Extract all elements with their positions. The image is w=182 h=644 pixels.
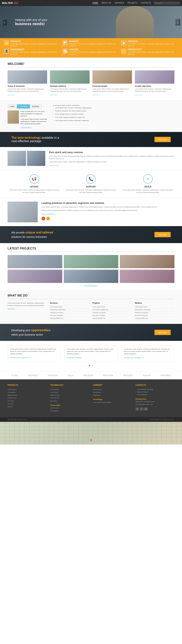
testimonial-0: Lorem ipsum dolor sit amet, consectetur … <box>7 346 61 362</box>
feature-projects-title: Projects <box>10 40 61 42</box>
social-facebook[interactable]: f <box>136 407 139 411</box>
feature-strategy-content: Strategy Lorem ipsum dolor sit amet, con… <box>128 40 178 47</box>
welcome-read-more-2[interactable]: read more » <box>92 94 101 96</box>
feature-markets-content: Markets Lorem ipsum dolor sit amet, cons… <box>69 40 120 47</box>
industry-banner-cta[interactable]: click here! <box>155 232 171 237</box>
nav-link-contacts[interactable]: Contacts <box>141 2 151 4</box>
what-projects-item-4: Lacinia porttitor nec <box>92 317 132 320</box>
partner-5: PARTNER5 <box>83 374 93 376</box>
testimonial-dots <box>7 364 175 367</box>
what-read-more[interactable]: read more » <box>7 308 47 309</box>
feature-management-content: Management Lorem ipsum dolor sit amet, c… <box>10 48 61 55</box>
project-item-2[interactable] <box>64 255 118 268</box>
tab-users[interactable]: Users <box>7 104 17 108</box>
feature-projects-content: Projects Lorem ipsum dolor sit amet, con… <box>10 40 61 47</box>
project-item-1[interactable] <box>7 255 62 268</box>
what-intro-col: Lorem ipsum dolor sit amet, consectetur … <box>7 302 47 320</box>
what-markets-list: Lorem ipsum dolor Consectetur adipiscing… <box>135 306 175 320</box>
tab-consulting[interactable]: Consulting <box>17 104 30 108</box>
dot-1[interactable] <box>89 365 90 366</box>
footer-bottom: WALTER.BIZ Privacy Lorem © 2014 Walter.b… <box>0 417 182 422</box>
feature-analysis-title: Analysis <box>69 48 120 50</box>
testimonial-text-2: Lorem ipsum dolor sit amet, consectetur … <box>124 348 172 355</box>
project-item-6[interactable] <box>120 270 175 283</box>
revenue-text: Earn quick and easy revenue Lorem ipsum … <box>49 151 175 166</box>
team-text-1: Lorem ipsum dolor sit amet, consectetur … <box>41 206 175 208</box>
project-item-3[interactable] <box>120 255 175 268</box>
welcome-grid: Teams & teamwork Lorem ipsum dolor sit a… <box>7 70 175 96</box>
hero-next-button[interactable]: › <box>175 19 180 26</box>
welcome-read-more-1[interactable]: read more » <box>50 94 58 96</box>
nav-link-services[interactable]: Services <box>115 2 124 4</box>
nav-link-projects[interactable]: Projects <box>127 2 137 4</box>
feature-strategy: 📋 Strategy Lorem ipsum dolor sit amet, c… <box>121 40 178 47</box>
hero-section: ‹ Helping with any of your business need… <box>0 6 182 38</box>
partner-2: PARTNER2 <box>28 374 38 376</box>
project-item-4[interactable] <box>7 270 62 283</box>
welcome-item-text-0: Lorem ipsum dolor sit amet, consectetur … <box>7 88 47 92</box>
revenue-image-1 <box>7 151 26 166</box>
testimonial-text-0: Lorem ipsum dolor sit amet, consectetur … <box>10 348 58 355</box>
map-pin-icon[interactable]: 📍 <box>89 439 93 442</box>
project-item-5[interactable] <box>64 270 118 283</box>
tab-buttons: Users Consulting Business <box>7 104 49 108</box>
search-input[interactable] <box>154 2 180 5</box>
feature-management-text: Lorem ipsum dolor sit amet, consectetur … <box>10 51 61 55</box>
what-projects-list: Lorem ipsum dolor Consectetur adipiscing… <box>92 306 132 320</box>
team-next-arrow[interactable]: › <box>46 217 50 220</box>
footer-addr-text: Walter.Biz Consulting Group 27 Long Stre… <box>136 400 175 406</box>
opp-text-line2: within your business sector <box>11 333 43 336</box>
logo-text: WALTER <box>2 2 13 4</box>
welcome-read-more-3[interactable]: read more » <box>135 94 143 96</box>
footer-products-item-5: Tincidunt <box>7 402 46 405</box>
what-services-item-0: Lorem ipsum dolor <box>50 306 90 308</box>
team-text: Leading positions in attractive segments… <box>41 202 175 221</box>
hero-text: Helping with any of your business needs! <box>0 18 62 26</box>
tab-business[interactable]: Business <box>30 104 42 108</box>
footer-company-item-1: Consectetur <box>93 391 132 394</box>
dot-2[interactable] <box>92 365 93 366</box>
hero-prev-button[interactable]: ‹ <box>2 19 7 26</box>
footer-tech-item-1: Consectetur <box>50 391 89 394</box>
navigation: WALTER.BIZ Home About Us Services Projec… <box>0 0 182 6</box>
what-we-do-grid: Lorem ipsum dolor sit amet, consectetur … <box>7 302 175 320</box>
service-offers-title: OFFERS <box>7 186 61 188</box>
welcome-title: WELCOME! <box>7 62 175 68</box>
footer-technology: Technology Lorem ipsum Consectetur Adipi… <box>50 384 89 412</box>
projects-section: LATEST PROJECTS view all projects » <box>0 243 182 290</box>
feature-productivity-content: Productivity Lorem ipsum dolor sit amet,… <box>128 48 178 55</box>
nav-link-home[interactable]: Home <box>92 2 98 4</box>
partner-9: PARTNER9 <box>161 374 171 376</box>
what-services-item-4: Lacinia porttitor nec <box>50 317 90 320</box>
footer-products-item-6: Lacinia <box>7 405 46 408</box>
social-twitter[interactable]: t <box>140 407 143 411</box>
feature-projects: 📁 Projects Lorem ipsum dolor sit amet, c… <box>4 40 61 47</box>
logo-suffix: .BIZ <box>13 2 18 4</box>
tab-content-text: Fusce suscipit varius mi. Cum sociis nat… <box>20 110 49 117</box>
footer-technology-list: Lorem ipsum Consectetur Adipiscing elit … <box>50 388 89 402</box>
footer-products: Products Lorem ipsum Consectetur Adipisc… <box>7 384 46 412</box>
productivity-icon: ⚡ <box>121 48 126 54</box>
nav-link-about[interactable]: About Us <box>101 2 111 4</box>
tab-learn-more[interactable]: LEARN MORE » <box>20 126 32 128</box>
welcome-read-more-0[interactable]: read more » <box>7 94 16 96</box>
tech-banner-bold: The best technology <box>11 136 41 139</box>
opp-text-bold: opportunities <box>31 328 50 332</box>
tabs-right-item-0: Lorem ipsum dolor sit amet, consectetur … <box>55 107 175 109</box>
tech-banner-cta[interactable]: click here! <box>155 137 171 142</box>
service-support: 📞 SUPPORT Lorem ipsum dolor sit amet, co… <box>64 174 118 194</box>
what-services-list: Lorem ipsum dolor Consectetur adipiscing… <box>50 306 90 320</box>
footer-company-title: Company <box>93 384 132 386</box>
logo[interactable]: WALTER.BIZ <box>2 2 18 4</box>
team-learn-more[interactable]: SEE ALL DETAILS » <box>41 213 55 215</box>
opp-banner-text: Developing your opportunities within you… <box>11 328 50 337</box>
hero-person-image <box>116 6 154 38</box>
revenue-learn-more[interactable]: LEARN MORE » <box>49 165 60 166</box>
feature-analysis-content: Analysis Lorem ipsum dolor sit amet, con… <box>69 48 120 55</box>
social-linkedin[interactable]: in <box>144 407 148 411</box>
opp-banner-cta[interactable]: click here! <box>155 330 171 335</box>
welcome-image-2 <box>92 70 132 84</box>
view-all-projects-link[interactable]: view all projects » <box>7 284 175 286</box>
offers-icon: 📢 <box>29 174 39 184</box>
team-prev-arrow[interactable]: ‹ <box>41 217 45 220</box>
